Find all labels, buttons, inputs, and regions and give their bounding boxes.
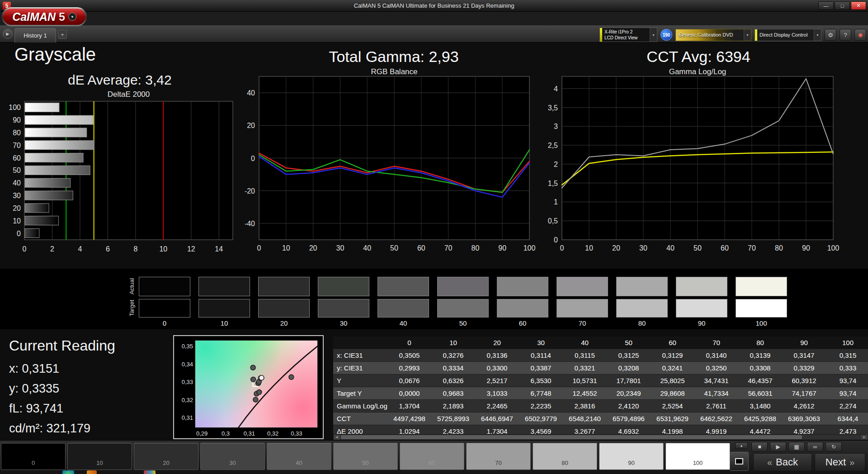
table-cell: 6462,5622 [694, 415, 738, 422]
loop-infinite-button[interactable]: ∞ [807, 442, 823, 452]
table-cell: 17,7801 [607, 377, 651, 384]
table-cell: 2,2465 [475, 402, 519, 410]
cie-measurement-point [251, 377, 256, 382]
save-button[interactable]: ▦ [788, 442, 805, 452]
actual-swatch-0 [139, 277, 190, 296]
axis-tick-label: 4 [78, 245, 82, 253]
deltae-bar-30 [25, 191, 73, 200]
pattern-button-90[interactable]: 90 [599, 443, 664, 470]
maximize-button[interactable]: □ [835, 1, 850, 10]
calman-logo: CalMAN 5 ▼ [2, 7, 87, 26]
logo-menu-arrow-icon[interactable]: ▼ [68, 13, 76, 21]
table-cell: 6,7748 [519, 389, 563, 397]
table-cell: 0,3241 [651, 364, 694, 372]
axis-tick-label: 90 [498, 244, 506, 252]
pattern-button-80[interactable]: 80 [533, 443, 597, 470]
axis-tick-label: 60 [417, 244, 425, 252]
axis-tick-label: 0 [23, 245, 27, 253]
table-row: Target Y0,00000,96833,10336,774812,45522… [333, 387, 868, 400]
reading-y: y: 0,3335 [9, 382, 59, 396]
tab-history-1[interactable]: History 1 [14, 28, 56, 43]
table-row-label: Target Y [333, 389, 387, 397]
table-col-header: 80 [738, 339, 782, 346]
swatch-level-label: 80 [616, 319, 668, 327]
source-selector-dropdown[interactable]: Generic Calibration DVD ▼ [675, 29, 751, 41]
swatch-level-label: 90 [676, 319, 727, 327]
table-row-label: y: CIE31 [333, 364, 387, 372]
pattern-button-70[interactable]: 70 [466, 443, 531, 470]
table-horizontal-scrollbar[interactable]: ◄ ► [333, 434, 868, 440]
minimize-button[interactable]: — [818, 1, 834, 10]
play-button[interactable]: ▶ [770, 442, 786, 452]
taskbar-icon-fragment[interactable] [87, 470, 97, 474]
meter-selector-dropdown[interactable]: X-Rite i1Pro 2 LCD Direct View ▼ [599, 28, 657, 42]
axis-tick-label: 30 [13, 192, 21, 199]
pattern-window-button[interactable] [730, 452, 749, 471]
gear-icon[interactable]: ⚙ [825, 29, 836, 41]
table-cell: 74,1767 [782, 389, 826, 397]
pattern-button-50[interactable]: 50 [333, 443, 398, 470]
pattern-button-20[interactable]: 20 [134, 443, 198, 470]
pattern-button-label: 30 [229, 460, 236, 466]
pattern-button-0[interactable]: 0 [1, 443, 66, 470]
daylight-locus-curve [238, 346, 318, 428]
table-cell: 0,3114 [519, 351, 563, 359]
table-col-header: 30 [519, 339, 563, 346]
pattern-button-100[interactable]: 100 [665, 443, 730, 470]
swatch-column-20: 20 [258, 276, 310, 327]
table-cell: 20,2349 [607, 389, 651, 397]
table-cell: 0,3276 [431, 351, 475, 359]
table-row-label: CCT [333, 415, 387, 422]
help-icon[interactable]: ? [840, 29, 851, 41]
pattern-button-40[interactable]: 40 [267, 443, 331, 470]
scrollbar-thumb[interactable] [341, 435, 802, 439]
table-cell: 6548,2140 [563, 415, 607, 422]
table-cell: 2,5254 [651, 402, 694, 410]
taskbar-sliver [0, 470, 868, 474]
stop-button[interactable]: ■ [751, 442, 768, 452]
axis-tick-label: 50 [390, 244, 398, 252]
table-cell: 41,7334 [694, 389, 738, 397]
deltae-bar-70 [25, 141, 94, 150]
power-icon[interactable]: ◉ [854, 29, 866, 41]
axis-tick-label: 10 [282, 244, 290, 252]
chevron-down-icon[interactable]: ▼ [814, 29, 821, 41]
display-control-dropdown[interactable]: Direct Display Control ▼ [755, 29, 821, 41]
pattern-button-label: 0 [32, 460, 35, 466]
table-col-header: 60 [651, 339, 694, 346]
taskbar-icon-fragment[interactable] [144, 470, 156, 474]
back-button[interactable]: « Back [753, 453, 812, 471]
refresh-button[interactable]: ↻ [826, 442, 842, 452]
taskbar-start-fragment[interactable] [62, 470, 74, 474]
scroll-left-icon[interactable]: ◄ [334, 435, 340, 440]
axis-tick-label: 10 [13, 217, 21, 225]
scroll-right-icon[interactable]: ► [861, 435, 868, 440]
next-button[interactable]: Next » [815, 453, 865, 471]
collapse-arrow-button[interactable]: ▶ [3, 29, 13, 39]
deltae-chart-title: DeltaE 2000 [24, 90, 233, 99]
pattern-button-10[interactable]: 10 [67, 443, 132, 470]
actual-swatch-80 [616, 277, 668, 296]
target-swatch-80 [616, 299, 668, 318]
cie-y-tick-label: 0,33 [176, 379, 193, 385]
pattern-button-60[interactable]: 60 [400, 443, 464, 470]
axis-tick-label: 0 [554, 236, 558, 244]
swatch-column-60: 60 [497, 276, 548, 327]
table-cell: 2,2235 [519, 402, 563, 410]
chevron-down-icon[interactable]: ▼ [744, 29, 751, 41]
expand-up-button[interactable]: ▲ [735, 442, 748, 449]
axis-tick-label: 80 [13, 129, 21, 137]
pattern-window-icon [735, 458, 743, 465]
close-button[interactable]: ✕ [851, 1, 866, 10]
table-cell: 2,7611 [694, 402, 738, 410]
table-cell: 6446,6947 [475, 415, 519, 422]
axis-tick-label: 0 [257, 244, 261, 252]
pattern-button-30[interactable]: 30 [200, 443, 265, 470]
meter-name: X-Rite i1Pro 2 [604, 29, 650, 35]
brand-row [0, 12, 868, 25]
cie-measurement-point [289, 374, 294, 379]
add-tab-button[interactable]: + [58, 30, 67, 39]
cie-y-tick-label: 0,31 [176, 414, 193, 421]
chevron-down-icon[interactable]: ▼ [650, 28, 657, 42]
table-cell: 6579,4896 [607, 415, 651, 422]
